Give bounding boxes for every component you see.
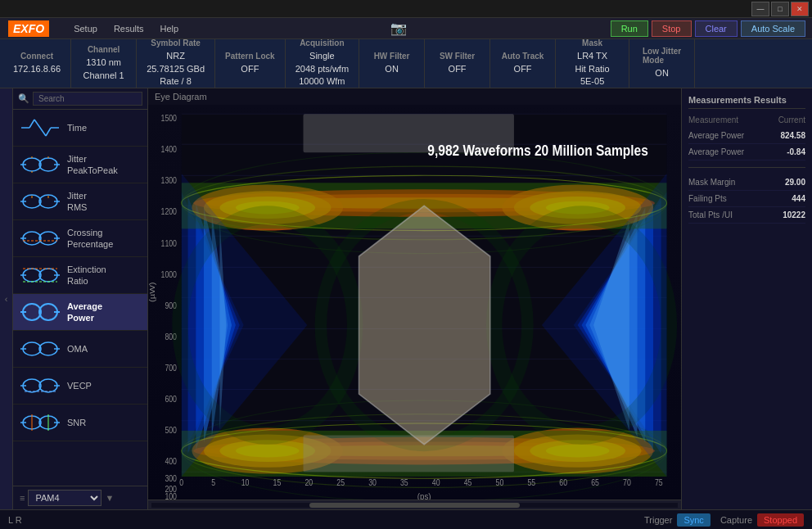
acquisition-field: Acquisition Single 2048 pts/wfm 10000 Wf… [286, 39, 359, 88]
svg-text:1300: 1300 [161, 176, 177, 186]
svg-text:1000: 1000 [161, 269, 177, 279]
oma-icon [20, 336, 61, 362]
svg-text:10: 10 [241, 478, 250, 488]
svg-text:45: 45 [464, 478, 472, 488]
svg-text:5: 5 [211, 478, 215, 488]
menu-bar: EXFO Setup Results Help 📷 Run Stop Clear… [0, 18, 812, 39]
symbol-rate-value: NRZ 25.78125 GBd Rate / 8 [147, 50, 205, 88]
search-input[interactable] [33, 92, 142, 106]
sidebar-collapse-button[interactable]: ‹ [0, 88, 13, 509]
scrollbar-thumb[interactable] [309, 503, 520, 508]
trigger-label: Trigger [644, 515, 672, 525]
svg-line-1 [29, 120, 34, 128]
svg-text:1100: 1100 [161, 238, 177, 248]
auto-track-field: Auto Track OFF [490, 39, 556, 88]
svg-text:25: 25 [336, 478, 345, 488]
measurement-row-avg-power2: Average Power -0.84 [688, 144, 805, 161]
menu-results[interactable]: Results [106, 20, 152, 37]
hw-filter-field: HW Filter ON [359, 39, 425, 88]
sidebar-item-extinction[interactable]: Extinction Ratio [13, 257, 147, 294]
channel-value: 1310 nm Channel 1 [83, 57, 124, 82]
horizontal-scrollbar[interactable] [148, 500, 681, 509]
pam4-icon: ≡ [20, 493, 25, 503]
mask-value: LR4 TX Hit Ratio 5E-05 [575, 50, 609, 88]
sw-filter-value: OFF [449, 63, 467, 75]
failing-pts-value: 444 [792, 194, 805, 203]
search-box[interactable]: 🔍 [13, 88, 147, 110]
svg-text:9,982 Waveforms 20 Million Sam: 9,982 Waveforms 20 Million Samples [427, 142, 648, 159]
acquisition-label: Acquisition [300, 38, 344, 47]
measurement-row-failing-pts: Failing Pts 444 [688, 191, 805, 207]
svg-text:75: 75 [655, 478, 663, 488]
sidebar-item-jitter-rms[interactable]: Jitter RMS [13, 183, 147, 220]
low-jitter-field: Low Jitter Mode ON [629, 39, 695, 88]
svg-text:20: 20 [304, 478, 313, 488]
run-button[interactable]: Run [611, 20, 648, 37]
stop-button[interactable]: Stop [652, 20, 692, 37]
jitter-peak-icon [20, 151, 61, 178]
sidebar-item-oma[interactable]: OMA [13, 331, 147, 368]
sidebar-item-time[interactable]: Time [13, 110, 147, 147]
connect-field: Connect 172.16.8.66 [3, 39, 71, 88]
mask-label: Mask [582, 38, 602, 47]
divider1 [688, 167, 805, 168]
sidebar-list: Time Jitter PeakToPeak [13, 110, 147, 486]
sidebar-item-snr-label: SNR [67, 417, 86, 428]
total-pts-label: Total Pts /UI [688, 210, 733, 219]
sidebar-item-vecp[interactable]: VECP [13, 368, 147, 405]
failing-pts-label: Failing Pts [688, 194, 727, 203]
avg-power2-label: Average Power [688, 147, 744, 156]
svg-text:30: 30 [368, 478, 377, 488]
measurement-row-avg-power1: Average Power 824.58 [688, 128, 805, 144]
jitter-rms-icon [20, 188, 61, 215]
mask-field: Mask LR4 TX Hit Ratio 5E-05 [556, 39, 629, 88]
sidebar-item-average-power[interactable]: Average Power [13, 294, 147, 331]
scrollbar-track [151, 503, 678, 508]
measurement-col-label: Measurement [688, 115, 738, 124]
auto-scale-button[interactable]: Auto Scale [741, 20, 805, 37]
camera-icon[interactable]: 📷 [390, 20, 407, 36]
sw-filter-label: SW Filter [440, 52, 475, 61]
svg-line-2 [34, 120, 46, 136]
svg-text:300: 300 [165, 473, 177, 483]
low-jitter-value: ON [655, 67, 669, 79]
extinction-icon [20, 262, 61, 288]
pam-select[interactable]: PAM4 [28, 490, 102, 506]
sidebar-item-crossing[interactable]: Crossing Percentage [13, 220, 147, 257]
svg-line-3 [46, 128, 51, 136]
measurement-row-total-pts: Total Pts /UI 10222 [688, 207, 805, 224]
mask-margin-label: Mask Margin [688, 178, 735, 187]
svg-text:500: 500 [165, 426, 177, 436]
svg-text:1400: 1400 [161, 145, 177, 155]
measurement-row-mask-margin: Mask Margin 29.00 [688, 174, 805, 191]
svg-text:700: 700 [165, 363, 177, 373]
svg-text:1200: 1200 [161, 207, 177, 217]
minimize-button[interactable]: — [751, 2, 769, 16]
menu-setup[interactable]: Setup [65, 20, 106, 37]
svg-rect-130 [303, 436, 513, 472]
svg-text:50: 50 [496, 478, 504, 488]
sidebar-item-snr[interactable]: SNR [13, 405, 147, 441]
main-layout: ‹ 🔍 Time [0, 88, 812, 509]
channel-field: Channel 1310 nm Channel 1 [71, 39, 137, 88]
maximize-button[interactable]: □ [771, 2, 789, 16]
sidebar-item-extinction-label: Extinction Ratio [67, 264, 106, 287]
connect-label: Connect [20, 52, 53, 61]
svg-text:15: 15 [273, 478, 282, 488]
svg-text:400: 400 [165, 457, 177, 467]
search-icon: 🔍 [18, 93, 29, 104]
symbol-rate-field: Symbol Rate NRZ 25.78125 GBd Rate / 8 [137, 39, 215, 88]
svg-text:1500: 1500 [161, 114, 177, 124]
eye-diagram-svg: 1500 1400 1300 1200 1100 1000 900 800 70… [148, 105, 681, 500]
close-button[interactable]: ✕ [791, 2, 809, 16]
total-pts-value: 10222 [783, 210, 805, 219]
title-bar: — □ ✕ [0, 0, 812, 18]
sidebar-item-jitter-peak[interactable]: Jitter PeakToPeak [13, 147, 147, 183]
low-jitter-label: Low Jitter Mode [643, 47, 681, 65]
clear-button[interactable]: Clear [695, 20, 738, 37]
auto-track-label: Auto Track [502, 52, 544, 61]
svg-text:60: 60 [559, 478, 567, 488]
lr-indicator: L R [8, 515, 22, 525]
sidebar-item-time-label: Time [67, 122, 87, 133]
menu-help[interactable]: Help [152, 20, 187, 37]
